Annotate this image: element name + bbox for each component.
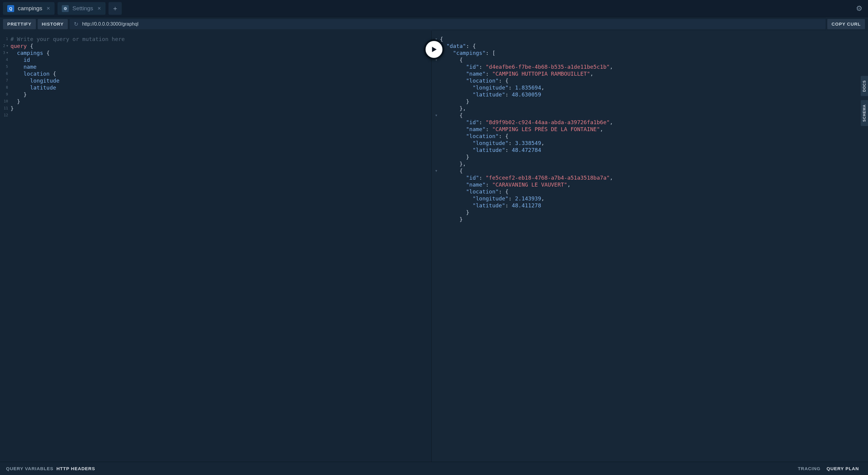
- tab-bar: Q campings ✕ ⚙ Settings ✕ ＋ ⚙: [0, 0, 868, 17]
- query-badge-icon: Q: [7, 5, 14, 12]
- tracing-tab[interactable]: TRACING: [798, 466, 820, 471]
- url-input-container: ↻: [70, 19, 826, 29]
- side-tabs: DOCS SCHEMA: [861, 76, 868, 126]
- docs-tab[interactable]: DOCS: [861, 76, 868, 96]
- close-icon[interactable]: ✕: [46, 6, 50, 11]
- result-panel[interactable]: ▼▼▼▼▼▼ { "data": { "campings": [ { "id":…: [432, 31, 868, 462]
- result-gutter: ▼▼▼▼▼▼: [433, 36, 439, 223]
- tab-label: campings: [18, 5, 42, 12]
- footer-bar: QUERY VARIABLES HTTP HEADERS TRACING QUE…: [0, 462, 868, 475]
- main-split: 12▼3▼456789101112 # Write your query or …: [0, 31, 868, 462]
- tab-query-campings[interactable]: Q campings ✕: [3, 2, 55, 15]
- reload-icon[interactable]: ↻: [74, 21, 79, 27]
- tab-settings[interactable]: ⚙ Settings ✕: [58, 2, 105, 15]
- http-headers-tab[interactable]: HTTP HEADERS: [56, 466, 95, 471]
- query-variables-tab[interactable]: QUERY VARIABLES: [6, 466, 53, 471]
- new-tab-button[interactable]: ＋: [108, 2, 122, 15]
- gear-icon: ⚙: [62, 5, 69, 12]
- schema-tab[interactable]: SCHEMA: [861, 100, 868, 126]
- execute-button[interactable]: [424, 39, 444, 60]
- history-button[interactable]: HISTORY: [38, 19, 68, 29]
- settings-gear-icon[interactable]: ⚙: [854, 4, 865, 13]
- tab-label: Settings: [72, 5, 93, 12]
- play-icon: [430, 45, 438, 53]
- editor-code[interactable]: # Write your query or mutation herequery…: [10, 36, 125, 457]
- toolbar: PRETTIFY HISTORY ↻ COPY CURL: [0, 17, 868, 31]
- copy-curl-button[interactable]: COPY CURL: [827, 19, 865, 29]
- prettify-button[interactable]: PRETTIFY: [3, 19, 36, 29]
- result-json: { "data": { "campings": [ { "id": "d4eaf…: [440, 36, 868, 223]
- query-editor[interactable]: 12▼3▼456789101112 # Write your query or …: [0, 31, 432, 462]
- endpoint-url-input[interactable]: [82, 22, 821, 27]
- close-icon[interactable]: ✕: [97, 6, 101, 11]
- editor-gutter: 12▼3▼456789101112: [3, 36, 10, 457]
- query-plan-tab[interactable]: QUERY PLAN: [827, 466, 859, 471]
